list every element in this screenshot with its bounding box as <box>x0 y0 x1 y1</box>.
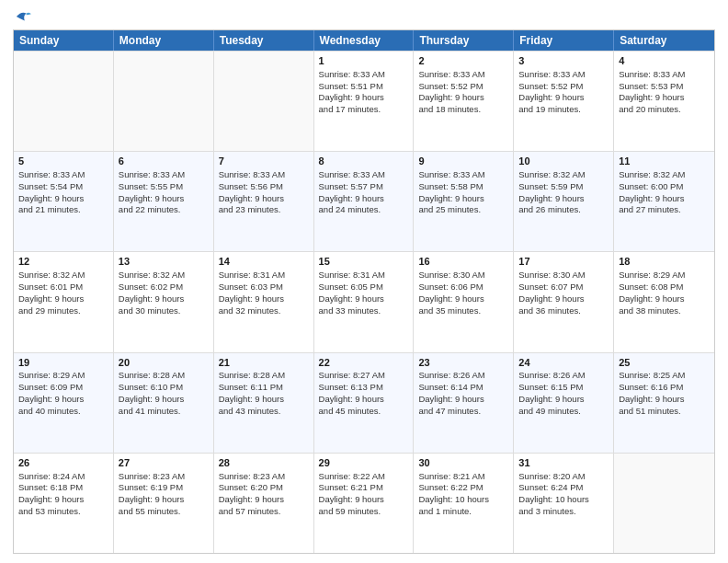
day-info-line: Sunrise: 8:22 AM <box>319 471 409 483</box>
day-info-line: and 29 minutes. <box>18 305 108 317</box>
calendar-day-17: 17Sunrise: 8:30 AMSunset: 6:07 PMDayligh… <box>514 252 614 351</box>
day-info-line: and 35 minutes. <box>418 305 508 317</box>
calendar-day-1: 1Sunrise: 8:33 AMSunset: 5:51 PMDaylight… <box>314 52 415 151</box>
day-info-line: Daylight: 9 hours <box>619 394 710 406</box>
calendar-day-3: 3Sunrise: 8:33 AMSunset: 5:52 PMDaylight… <box>514 52 614 151</box>
day-info-line: Daylight: 9 hours <box>18 494 108 506</box>
calendar-day-21: 21Sunrise: 8:28 AMSunset: 6:11 PMDayligh… <box>214 353 314 453</box>
logo-bird-icon <box>15 9 31 24</box>
day-info-line: and 30 minutes. <box>119 305 209 317</box>
calendar-empty-cell <box>614 454 714 553</box>
day-info-line: Sunrise: 8:33 AM <box>319 69 409 81</box>
day-info-line: Sunset: 6:21 PM <box>319 482 409 494</box>
day-number-29: 29 <box>319 456 409 470</box>
day-info-line: Daylight: 9 hours <box>418 92 508 104</box>
day-info-line: Sunrise: 8:32 AM <box>619 169 710 181</box>
day-info-line: and 51 minutes. <box>619 406 710 418</box>
day-info-line: and 20 minutes. <box>619 104 710 116</box>
calendar-day-26: 26Sunrise: 8:24 AMSunset: 6:18 PMDayligh… <box>14 454 114 553</box>
day-info-line: Sunrise: 8:26 AM <box>418 370 508 382</box>
day-number-11: 11 <box>619 155 710 168</box>
logo-text <box>13 9 31 24</box>
calendar-day-10: 10Sunrise: 8:32 AMSunset: 5:59 PMDayligh… <box>514 152 614 251</box>
day-info-line: Sunrise: 8:32 AM <box>18 270 108 282</box>
day-info-line: Sunset: 6:07 PM <box>518 282 609 293</box>
day-info-line: and 59 minutes. <box>319 506 409 518</box>
day-info-line: Sunset: 6:22 PM <box>418 482 508 494</box>
day-info-line: Sunrise: 8:28 AM <box>219 370 309 382</box>
day-info-line: Sunset: 6:08 PM <box>619 282 710 293</box>
day-info-line: Sunset: 6:06 PM <box>418 282 508 293</box>
day-number-24: 24 <box>518 356 609 370</box>
weekday-header-friday: Friday <box>514 30 614 51</box>
day-number-17: 17 <box>518 255 609 269</box>
day-info-line: and 40 minutes. <box>18 406 108 418</box>
day-info-line: Sunset: 6:16 PM <box>619 382 710 394</box>
calendar-empty-cell <box>14 52 114 151</box>
day-number-5: 5 <box>18 155 108 168</box>
day-info-line: and 18 minutes. <box>418 104 508 116</box>
day-number-15: 15 <box>319 255 409 269</box>
day-info-line: Sunrise: 8:23 AM <box>219 471 309 483</box>
calendar-row-1: 1Sunrise: 8:33 AMSunset: 5:51 PMDaylight… <box>14 51 714 151</box>
day-info-line: Daylight: 9 hours <box>18 293 108 305</box>
day-info-line: and 53 minutes. <box>18 506 108 518</box>
day-info-line: Sunrise: 8:24 AM <box>18 471 108 483</box>
day-info-line: Sunrise: 8:23 AM <box>119 471 209 483</box>
day-info-line: Sunset: 6:05 PM <box>319 282 409 293</box>
day-info-line: Sunset: 6:00 PM <box>619 181 710 193</box>
calendar-day-13: 13Sunrise: 8:32 AMSunset: 6:02 PMDayligh… <box>114 252 214 351</box>
day-number-3: 3 <box>518 54 609 68</box>
day-info-line: Daylight: 9 hours <box>319 494 409 506</box>
day-info-line: Sunrise: 8:27 AM <box>319 370 409 382</box>
day-info-line: Sunrise: 8:33 AM <box>619 69 710 81</box>
day-info-line: Sunset: 6:09 PM <box>18 382 108 394</box>
day-info-line: and 36 minutes. <box>518 305 609 317</box>
day-info-line: Sunset: 5:55 PM <box>119 181 209 193</box>
calendar-day-11: 11Sunrise: 8:32 AMSunset: 6:00 PMDayligh… <box>614 152 714 251</box>
calendar-day-28: 28Sunrise: 8:23 AMSunset: 6:20 PMDayligh… <box>214 454 314 553</box>
day-info-line: Daylight: 9 hours <box>418 394 508 406</box>
calendar-day-31: 31Sunrise: 8:20 AMSunset: 6:24 PMDayligh… <box>514 454 614 553</box>
day-info-line: Sunset: 5:51 PM <box>319 81 409 93</box>
day-info-line: Daylight: 9 hours <box>319 92 409 104</box>
calendar-day-2: 2Sunrise: 8:33 AMSunset: 5:52 PMDaylight… <box>414 52 514 151</box>
day-info-line: Sunrise: 8:33 AM <box>18 169 108 181</box>
day-info-line: Sunset: 6:18 PM <box>18 482 108 494</box>
calendar-day-16: 16Sunrise: 8:30 AMSunset: 6:06 PMDayligh… <box>414 252 514 351</box>
day-info-line: and 24 minutes. <box>319 204 409 216</box>
day-number-16: 16 <box>418 255 508 269</box>
calendar-body: 1Sunrise: 8:33 AMSunset: 5:51 PMDaylight… <box>14 51 714 553</box>
calendar-day-6: 6Sunrise: 8:33 AMSunset: 5:55 PMDaylight… <box>114 152 214 251</box>
calendar-day-20: 20Sunrise: 8:28 AMSunset: 6:10 PMDayligh… <box>114 353 214 453</box>
day-info-line: Sunset: 5:59 PM <box>518 181 609 193</box>
day-info-line: Sunrise: 8:29 AM <box>619 270 710 282</box>
day-info-line: Sunset: 6:03 PM <box>219 282 309 293</box>
day-info-line: Daylight: 9 hours <box>119 293 209 305</box>
day-number-31: 31 <box>518 456 609 470</box>
day-info-line: Sunset: 6:11 PM <box>219 382 309 394</box>
day-number-18: 18 <box>619 255 710 269</box>
calendar-day-9: 9Sunrise: 8:33 AMSunset: 5:58 PMDaylight… <box>414 152 514 251</box>
calendar-day-18: 18Sunrise: 8:29 AMSunset: 6:08 PMDayligh… <box>614 252 714 351</box>
calendar-day-24: 24Sunrise: 8:26 AMSunset: 6:15 PMDayligh… <box>514 353 614 453</box>
day-info-line: Sunset: 6:10 PM <box>119 382 209 394</box>
calendar-day-27: 27Sunrise: 8:23 AMSunset: 6:19 PMDayligh… <box>114 454 214 553</box>
day-info-line: Daylight: 9 hours <box>619 92 710 104</box>
calendar-day-8: 8Sunrise: 8:33 AMSunset: 5:57 PMDaylight… <box>314 152 415 251</box>
day-info-line: Sunrise: 8:31 AM <box>319 270 409 282</box>
day-number-10: 10 <box>518 155 609 168</box>
header <box>13 9 715 24</box>
calendar-day-7: 7Sunrise: 8:33 AMSunset: 5:56 PMDaylight… <box>214 152 314 251</box>
day-info-line: and 33 minutes. <box>319 305 409 317</box>
day-info-line: and 45 minutes. <box>319 406 409 418</box>
day-number-25: 25 <box>619 356 710 370</box>
day-info-line: and 3 minutes. <box>518 506 609 518</box>
calendar-row-5: 26Sunrise: 8:24 AMSunset: 6:18 PMDayligh… <box>14 453 714 553</box>
weekday-header-sunday: Sunday <box>14 30 114 51</box>
day-info-line: Daylight: 9 hours <box>119 494 209 506</box>
day-info-line: Daylight: 9 hours <box>319 293 409 305</box>
day-info-line: Sunrise: 8:20 AM <box>518 471 609 483</box>
day-info-line: Daylight: 9 hours <box>219 193 309 205</box>
day-number-27: 27 <box>119 456 209 470</box>
